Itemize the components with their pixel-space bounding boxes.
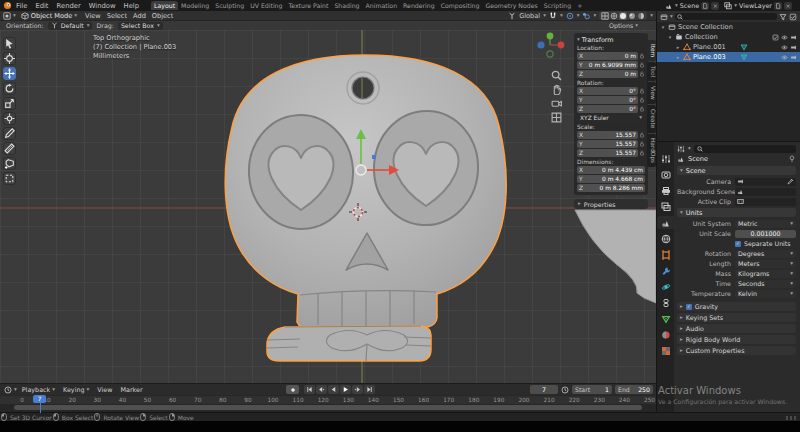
menu-item[interactable]: Object (149, 12, 176, 20)
n-panel-tab[interactable]: Item (647, 40, 656, 61)
properties-tab[interactable] (657, 296, 674, 309)
value-field[interactable]: Z 0° (577, 105, 638, 113)
tool-button[interactable] (3, 52, 16, 65)
show-gizmo-icon[interactable] (601, 12, 609, 20)
tool-button[interactable] (3, 172, 16, 185)
current-frame-field[interactable]: 7 (530, 385, 558, 394)
outliner-row-plane-001[interactable]: ▸ Plane.001 (657, 42, 800, 52)
hide-eye-icon[interactable] (781, 44, 788, 51)
properties-tab[interactable] (657, 264, 674, 277)
tool-button[interactable] (3, 127, 16, 140)
view-menu[interactable]: View (94, 386, 115, 394)
lock-icon[interactable] (639, 88, 645, 94)
tool-button[interactable] (3, 37, 16, 50)
workspace-tab[interactable]: Modeling (178, 1, 212, 10)
workspace-tab[interactable]: Texture Paint (285, 1, 331, 10)
tool-button[interactable] (3, 157, 16, 170)
render-visibility-icon[interactable] (790, 54, 797, 61)
lock-icon[interactable] (639, 97, 645, 103)
expander-icon[interactable]: ▾ (667, 34, 673, 40)
properties-tab[interactable] (657, 232, 674, 245)
transport-button[interactable] (364, 385, 375, 394)
unit-dropdown[interactable]: Meters ▾ (735, 260, 796, 268)
value-field[interactable]: Y 15.557 (577, 140, 638, 148)
gravity-checkbox-icon[interactable]: ✓ (686, 304, 692, 310)
mode-dropdown[interactable]: Object Mode ▾ (18, 12, 80, 20)
outliner-row-plane-003[interactable]: ▸ Plane.003 (657, 52, 800, 62)
viewport-control-icon[interactable] (551, 70, 562, 81)
unit-number-field[interactable]: 0.001000 (735, 230, 796, 238)
outliner-search-input[interactable] (675, 13, 777, 20)
workspace-tab[interactable]: + (574, 1, 585, 10)
lock-icon[interactable] (639, 62, 645, 68)
hide-eye-icon[interactable] (781, 54, 788, 61)
properties-tab[interactable] (657, 216, 674, 229)
workspace-tab[interactable]: Sculpting (212, 1, 247, 10)
exclude-checkbox-icon[interactable] (772, 34, 779, 41)
units-section-header[interactable]: ▾ Units (677, 208, 796, 217)
orientation-label[interactable]: Global (519, 12, 540, 20)
value-field[interactable]: X 0 m 4.439 cm (577, 166, 645, 174)
hide-eye-icon[interactable] (781, 34, 788, 41)
properties-tab[interactable] (657, 168, 674, 181)
n-panel-tab[interactable]: View (647, 82, 656, 104)
rendered-shading-icon[interactable] (637, 12, 645, 20)
orientation-dropdown[interactable]: Default ▾ (48, 22, 93, 30)
custom-properties-section[interactable]: ▸ Custom Properties (677, 346, 796, 355)
expander-icon[interactable]: ▸ (675, 44, 681, 50)
render-visibility-icon[interactable] (790, 34, 797, 41)
value-field[interactable]: X 0 m (577, 52, 638, 60)
timeline-scrollbar[interactable] (0, 404, 656, 412)
drag-dropdown[interactable]: Select Box ▾ (118, 22, 163, 30)
workspace-tab[interactable]: Geometry Nodes (482, 1, 540, 10)
solid-shading-icon[interactable] (619, 12, 627, 20)
checkbox-icon[interactable]: ✓ (735, 241, 741, 247)
menu-item[interactable]: Edit (31, 2, 52, 10)
playhead[interactable]: 7 (33, 395, 46, 403)
transport-button[interactable] (316, 385, 327, 394)
tool-button[interactable] (3, 67, 16, 80)
transform-panel-header[interactable]: ▾ Transform (577, 35, 645, 44)
frame-ruler[interactable]: 0102030405060708090100110120130140150160… (0, 395, 656, 404)
tool-button[interactable] (3, 142, 16, 155)
editor-type-icon[interactable] (3, 12, 11, 20)
menu-item[interactable]: Render (53, 2, 85, 10)
start-frame-field[interactable]: Start1 (572, 385, 612, 394)
workspace-tab[interactable]: Animation (363, 1, 401, 10)
keying-menu[interactable]: Keying▾ (60, 386, 92, 394)
blender-logo-icon[interactable] (3, 1, 12, 10)
properties-search-input[interactable] (694, 145, 796, 153)
value-field[interactable]: Y 0 m 4.668 cm (577, 175, 645, 183)
n-panel-tab[interactable]: HardOps (647, 134, 656, 167)
background-scene-field[interactable] (735, 188, 796, 196)
outliner-row-collection[interactable]: ▾ Collection (657, 32, 800, 42)
outliner-options-icon[interactable] (789, 13, 797, 21)
transport-button[interactable] (328, 385, 339, 394)
snap-magnet-icon[interactable] (549, 12, 557, 20)
menu-item[interactable]: Help (120, 2, 144, 10)
properties-tab[interactable] (657, 184, 674, 197)
use-preview-range-icon[interactable] (561, 386, 569, 394)
properties-tab[interactable] (657, 152, 674, 165)
value-field[interactable]: Y 0° (577, 96, 638, 104)
viewport-control-icon[interactable] (551, 98, 562, 109)
keying-sets-section[interactable]: ▸ Keying Sets (677, 313, 796, 322)
record-button[interactable] (286, 385, 299, 394)
value-field[interactable]: Z 0 m (577, 70, 638, 78)
options-dropdown[interactable]: Options ▾ (609, 22, 638, 29)
properties-tab[interactable] (657, 280, 674, 293)
workspace-tab[interactable]: Compositing (438, 1, 483, 10)
lock-icon[interactable] (639, 141, 645, 147)
outliner-display-mode-icon[interactable] (660, 13, 668, 21)
viewlayer-selector[interactable]: ▾ ViewLayer × (724, 2, 792, 10)
value-field[interactable]: X 15.557 (577, 131, 638, 139)
transport-button[interactable] (340, 385, 351, 394)
workspace-tab[interactable]: UV Editing (247, 1, 285, 10)
audio-section[interactable]: ▸ Audio (677, 324, 796, 333)
proportional-edit-icon[interactable] (566, 12, 574, 20)
properties-tab[interactable] (657, 248, 674, 261)
wireframe-shading-icon[interactable] (610, 12, 618, 20)
tool-button[interactable] (3, 97, 16, 110)
expander-icon[interactable]: ▸ (675, 54, 681, 60)
tool-button[interactable] (3, 112, 16, 125)
